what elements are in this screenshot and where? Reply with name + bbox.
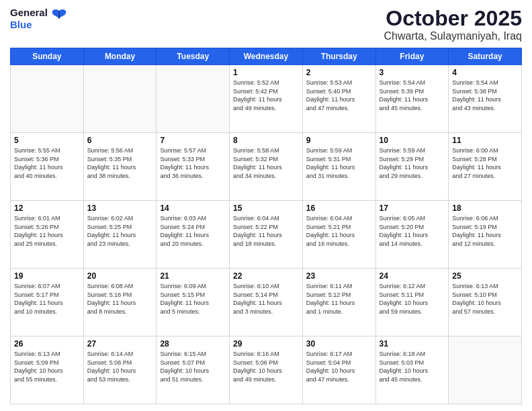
table-row: [449, 336, 522, 404]
col-wednesday: Wednesday: [230, 48, 303, 65]
col-saturday: Saturday: [449, 48, 522, 65]
table-row: 28Sunrise: 6:15 AM Sunset: 5:07 PM Dayli…: [157, 336, 230, 404]
table-row: 24Sunrise: 6:12 AM Sunset: 5:11 PM Dayli…: [375, 269, 449, 336]
day-info: Sunrise: 5:59 AM Sunset: 5:31 PM Dayligh…: [306, 146, 372, 180]
logo-blue: Blue: [10, 19, 32, 30]
day-info: Sunrise: 6:11 AM Sunset: 5:12 PM Dayligh…: [306, 282, 372, 316]
table-row: 27Sunrise: 6:14 AM Sunset: 5:08 PM Dayli…: [83, 336, 157, 404]
calendar-week-row: 19Sunrise: 6:07 AM Sunset: 5:17 PM Dayli…: [11, 269, 522, 336]
col-tuesday: Tuesday: [157, 48, 230, 65]
col-monday: Monday: [83, 48, 157, 65]
day-number: 13: [87, 203, 153, 213]
day-number: 11: [452, 136, 518, 145]
day-number: 3: [380, 68, 445, 77]
table-row: 14Sunrise: 6:03 AM Sunset: 5:24 PM Dayli…: [157, 201, 230, 269]
day-info: Sunrise: 5:52 AM Sunset: 5:42 PM Dayligh…: [233, 79, 299, 112]
table-row: 6Sunrise: 5:56 AM Sunset: 5:35 PM Daylig…: [83, 133, 157, 201]
table-row: 29Sunrise: 6:16 AM Sunset: 5:06 PM Dayli…: [230, 336, 303, 404]
day-info: Sunrise: 5:55 AM Sunset: 5:36 PM Dayligh…: [14, 146, 80, 180]
day-info: Sunrise: 6:14 AM Sunset: 5:08 PM Dayligh…: [87, 350, 153, 383]
day-number: 21: [160, 271, 226, 281]
table-row: 18Sunrise: 6:06 AM Sunset: 5:19 PM Dayli…: [449, 201, 522, 269]
table-row: [83, 65, 157, 133]
page: General Blue October 2025 Chwarta, Sulay…: [0, 0, 532, 411]
day-number: 29: [233, 339, 299, 349]
table-row: 9Sunrise: 5:59 AM Sunset: 5:31 PM Daylig…: [302, 133, 375, 201]
day-number: 19: [14, 271, 80, 281]
day-info: Sunrise: 6:04 AM Sunset: 5:22 PM Dayligh…: [233, 214, 299, 248]
day-info: Sunrise: 5:58 AM Sunset: 5:32 PM Dayligh…: [233, 146, 299, 180]
day-number: 25: [452, 271, 518, 281]
day-info: Sunrise: 6:05 AM Sunset: 5:20 PM Dayligh…: [380, 214, 445, 248]
day-info: Sunrise: 6:03 AM Sunset: 5:24 PM Dayligh…: [160, 214, 226, 248]
day-number: 18: [452, 203, 518, 213]
col-sunday: Sunday: [11, 48, 84, 65]
day-info: Sunrise: 6:09 AM Sunset: 5:15 PM Dayligh…: [160, 282, 226, 316]
day-number: 6: [87, 136, 153, 145]
table-row: 31Sunrise: 6:18 AM Sunset: 5:03 PM Dayli…: [375, 336, 449, 404]
day-number: 15: [233, 203, 299, 213]
table-row: 8Sunrise: 5:58 AM Sunset: 5:32 PM Daylig…: [230, 133, 303, 201]
table-row: 17Sunrise: 6:05 AM Sunset: 5:20 PM Dayli…: [375, 201, 449, 269]
table-row: 30Sunrise: 6:17 AM Sunset: 5:04 PM Dayli…: [302, 336, 375, 404]
logo-text: General Blue: [10, 7, 48, 31]
day-info: Sunrise: 6:15 AM Sunset: 5:07 PM Dayligh…: [160, 350, 226, 383]
calendar-week-row: 1Sunrise: 5:52 AM Sunset: 5:42 PM Daylig…: [11, 65, 522, 133]
day-number: 17: [380, 203, 445, 213]
table-row: 13Sunrise: 6:02 AM Sunset: 5:25 PM Dayli…: [83, 201, 157, 269]
day-info: Sunrise: 6:12 AM Sunset: 5:11 PM Dayligh…: [380, 282, 445, 316]
col-friday: Friday: [375, 48, 449, 65]
day-info: Sunrise: 6:17 AM Sunset: 5:04 PM Dayligh…: [306, 350, 372, 383]
day-info: Sunrise: 6:01 AM Sunset: 5:26 PM Dayligh…: [14, 214, 80, 248]
location: Chwarta, Sulaymaniyah, Iraq: [384, 30, 522, 42]
table-row: 16Sunrise: 6:04 AM Sunset: 5:21 PM Dayli…: [302, 201, 375, 269]
table-row: [11, 65, 84, 133]
day-number: 8: [233, 136, 299, 145]
table-row: 20Sunrise: 6:08 AM Sunset: 5:16 PM Dayli…: [83, 269, 157, 336]
day-number: 27: [87, 339, 153, 349]
day-info: Sunrise: 6:06 AM Sunset: 5:19 PM Dayligh…: [452, 214, 518, 248]
day-number: 30: [306, 339, 372, 349]
calendar-week-row: 5Sunrise: 5:55 AM Sunset: 5:36 PM Daylig…: [11, 133, 522, 201]
day-number: 22: [233, 271, 299, 281]
day-number: 12: [14, 203, 80, 213]
day-number: 23: [306, 271, 372, 281]
day-info: Sunrise: 5:57 AM Sunset: 5:33 PM Dayligh…: [160, 146, 226, 180]
day-number: 24: [380, 271, 445, 281]
day-info: Sunrise: 6:13 AM Sunset: 5:09 PM Dayligh…: [14, 350, 80, 383]
month-year: October 2025: [384, 7, 522, 30]
day-info: Sunrise: 5:53 AM Sunset: 5:40 PM Dayligh…: [306, 79, 372, 112]
day-number: 28: [160, 339, 226, 349]
table-row: 3Sunrise: 5:54 AM Sunset: 5:39 PM Daylig…: [375, 65, 449, 133]
day-info: Sunrise: 6:16 AM Sunset: 5:06 PM Dayligh…: [233, 350, 299, 383]
day-number: 14: [160, 203, 226, 213]
day-number: 31: [380, 339, 445, 349]
table-row: 21Sunrise: 6:09 AM Sunset: 5:15 PM Dayli…: [157, 269, 230, 336]
table-row: 22Sunrise: 6:10 AM Sunset: 5:14 PM Dayli…: [230, 269, 303, 336]
logo-general: General: [10, 7, 48, 18]
day-info: Sunrise: 6:02 AM Sunset: 5:25 PM Dayligh…: [87, 214, 153, 248]
day-info: Sunrise: 6:13 AM Sunset: 5:10 PM Dayligh…: [452, 282, 518, 316]
table-row: 2Sunrise: 5:53 AM Sunset: 5:40 PM Daylig…: [302, 65, 375, 133]
table-row: 7Sunrise: 5:57 AM Sunset: 5:33 PM Daylig…: [157, 133, 230, 201]
day-number: 7: [160, 136, 226, 145]
day-info: Sunrise: 6:07 AM Sunset: 5:17 PM Dayligh…: [14, 282, 80, 316]
day-info: Sunrise: 6:18 AM Sunset: 5:03 PM Dayligh…: [380, 350, 445, 383]
day-info: Sunrise: 6:04 AM Sunset: 5:21 PM Dayligh…: [306, 214, 372, 248]
day-number: 2: [306, 68, 372, 77]
day-info: Sunrise: 5:54 AM Sunset: 5:38 PM Dayligh…: [452, 79, 518, 112]
table-row: 19Sunrise: 6:07 AM Sunset: 5:17 PM Dayli…: [11, 269, 84, 336]
table-row: 11Sunrise: 6:00 AM Sunset: 5:28 PM Dayli…: [449, 133, 522, 201]
day-info: Sunrise: 6:00 AM Sunset: 5:28 PM Dayligh…: [452, 146, 518, 180]
logo-bird-icon: [50, 7, 69, 28]
day-number: 16: [306, 203, 372, 213]
day-info: Sunrise: 6:10 AM Sunset: 5:14 PM Dayligh…: [233, 282, 299, 316]
day-info: Sunrise: 5:56 AM Sunset: 5:35 PM Dayligh…: [87, 146, 153, 180]
day-number: 26: [14, 339, 80, 349]
calendar-week-row: 26Sunrise: 6:13 AM Sunset: 5:09 PM Dayli…: [11, 336, 522, 404]
calendar-week-row: 12Sunrise: 6:01 AM Sunset: 5:26 PM Dayli…: [11, 201, 522, 269]
table-row: 1Sunrise: 5:52 AM Sunset: 5:42 PM Daylig…: [230, 65, 303, 133]
day-info: Sunrise: 5:54 AM Sunset: 5:39 PM Dayligh…: [380, 79, 445, 112]
day-number: 20: [87, 271, 153, 281]
day-number: 5: [14, 136, 80, 145]
